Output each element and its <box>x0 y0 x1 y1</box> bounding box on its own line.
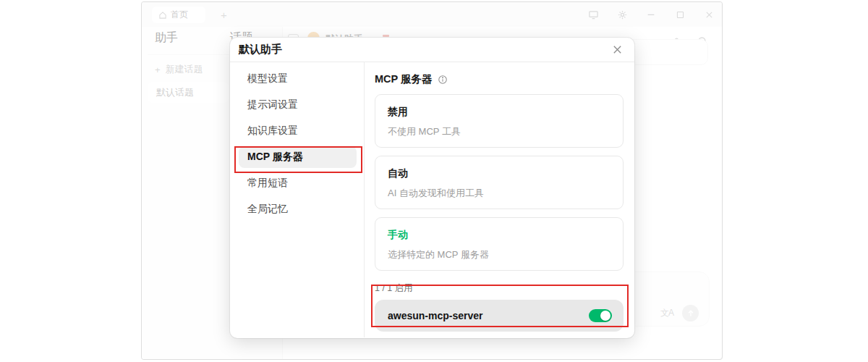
enabled-count-label: 1 / 1 启用 <box>375 282 624 295</box>
mcp-option-manual[interactable]: 手动 选择特定的 MCP 服务器 <box>375 217 624 271</box>
nav-label: MCP 服务器 <box>247 151 303 164</box>
mcp-server-name: awesun-mcp-server <box>388 310 483 321</box>
nav-label: 全局记忆 <box>247 203 288 216</box>
option-desc: 不使用 MCP 工具 <box>388 126 610 138</box>
assistant-settings-modal: 默认助手 模型设置 提示词设置 知识库设置 MCP 服务器 <box>230 38 634 338</box>
nav-label: 模型设置 <box>247 72 288 85</box>
modal-close-icon[interactable] <box>610 43 624 56</box>
mcp-server-row[interactable]: awesun-mcp-server <box>375 300 624 332</box>
nav-label: 常用短语 <box>247 177 288 190</box>
modal-body: 模型设置 提示词设置 知识库设置 MCP 服务器 常用短语 全局记忆 <box>230 62 634 337</box>
mcp-server-toggle[interactable] <box>589 309 612 322</box>
option-desc: AI 自动发现和使用工具 <box>388 188 610 199</box>
nav-label: 提示词设置 <box>247 98 298 111</box>
nav-item-model-settings[interactable]: 模型设置 <box>239 68 357 90</box>
mcp-option-auto[interactable]: 自动 AI 自动发现和使用工具 <box>375 156 624 209</box>
nav-item-quick-phrases[interactable]: 常用短语 <box>239 172 357 194</box>
nav-item-prompt-settings[interactable]: 提示词设置 <box>239 94 357 116</box>
settings-nav: 模型设置 提示词设置 知识库设置 MCP 服务器 常用短语 全局记忆 <box>230 62 365 337</box>
mcp-option-disabled[interactable]: 禁用 不使用 MCP 工具 <box>375 94 624 148</box>
nav-item-mcp-servers[interactable]: MCP 服务器 <box>239 146 357 168</box>
option-title: 自动 <box>388 167 610 180</box>
option-title: 禁用 <box>388 105 610 119</box>
screen: 首页 + <box>0 0 868 362</box>
panel-heading-label: MCP 服务器 <box>375 72 433 86</box>
modal-header: 默认助手 <box>230 38 634 62</box>
panel-heading: MCP 服务器 <box>375 72 624 86</box>
nav-item-knowledge-settings[interactable]: 知识库设置 <box>239 120 357 142</box>
nav-item-global-memory[interactable]: 全局记忆 <box>239 198 357 220</box>
option-desc: 选择特定的 MCP 服务器 <box>388 249 610 261</box>
nav-label: 知识库设置 <box>247 125 298 138</box>
toggle-knob <box>600 311 610 321</box>
mcp-settings-panel: MCP 服务器 禁用 不使用 MCP 工具 自动 AI 自动发现和使用工具 <box>365 62 634 337</box>
option-title: 手动 <box>388 228 610 242</box>
modal-title: 默认助手 <box>239 43 282 56</box>
info-icon[interactable] <box>438 75 448 85</box>
